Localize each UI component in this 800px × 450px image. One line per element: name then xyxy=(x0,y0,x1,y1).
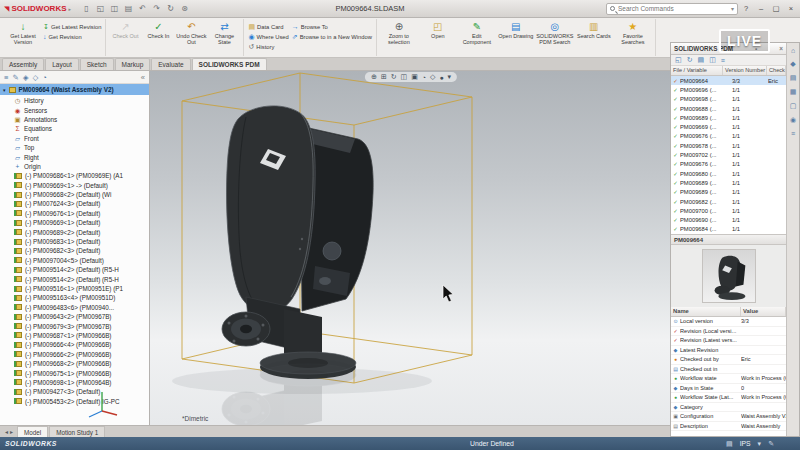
displaymanager-tab-icon[interactable]: ◔ xyxy=(42,73,47,82)
tag-icon[interactable]: ▤ xyxy=(726,440,733,448)
property-row[interactable]: ✓ Revision (Latest vers... xyxy=(671,336,786,346)
command-tab[interactable]: Layout xyxy=(45,58,79,70)
search-input[interactable] xyxy=(618,5,728,12)
ribbon-button[interactable]: ⇄ Change State xyxy=(208,19,240,56)
tree-folder-item[interactable]: ◉ Sensors xyxy=(2,105,149,114)
get-latest-version-button[interactable]: ↓ Get Latest Version xyxy=(5,19,41,56)
column-name[interactable]: Name xyxy=(671,307,741,316)
editing-status-icon[interactable]: ✎ xyxy=(768,440,774,448)
command-tab[interactable]: SOLIDWORKS PDM xyxy=(192,58,267,70)
rebuild-icon[interactable]: ↻ xyxy=(165,4,176,13)
close-button[interactable]: × xyxy=(784,2,798,15)
property-row[interactable]: ◆ Days in State 0 xyxy=(671,384,786,394)
scroll-right-icon[interactable]: ▸ xyxy=(10,428,13,435)
tree-component-item[interactable]: (-) PM007624<3> (Default) xyxy=(2,199,149,208)
tree-folder-item[interactable]: ▱ Top xyxy=(2,143,149,152)
tree-component-item[interactable]: (-) PM009668<2> (PM00966B) xyxy=(2,359,149,368)
featuremanager-tab-icon[interactable]: ≡ xyxy=(4,73,8,82)
undo-icon[interactable]: ↶ xyxy=(137,4,148,13)
tree-component-item[interactable]: (-) PM009514<2> (Default) (R5-H xyxy=(2,265,149,274)
ribbon-button[interactable]: ▤ Open Drawing xyxy=(497,19,535,56)
headsup-icon[interactable]: ▾ xyxy=(448,73,452,81)
column-checked-out[interactable]: Check... xyxy=(767,66,786,75)
pdm-toolbar-icon[interactable]: ≡ xyxy=(721,57,725,64)
ribbon-button[interactable]: ⊕ Zoom to selection xyxy=(380,19,418,56)
property-row[interactable]: ◆ Category xyxy=(671,403,786,413)
task-pane-tab-icon[interactable]: ⌂ xyxy=(791,47,795,54)
tree-component-item[interactable]: (-) PM009669<1> -> (Default) xyxy=(2,181,149,190)
tree-component-item[interactable]: (-) PM0097004<5> (Default) xyxy=(2,256,149,265)
headsup-icon[interactable]: ◔ xyxy=(422,74,426,81)
preview-thumbnail[interactable] xyxy=(702,249,756,303)
help-button[interactable]: ? xyxy=(739,2,753,15)
minimize-button[interactable]: – xyxy=(754,2,768,15)
pdm-file-row[interactable]: ✓ PM009684 (... 1/1 xyxy=(671,225,786,234)
pdm-file-row[interactable]: ✓ PM009689 (... 1/1 xyxy=(671,188,786,197)
tree-component-item[interactable]: (-) PM005453<2> (Default) IG-PC xyxy=(2,397,149,406)
pdm-file-row[interactable]: ✓ PM009669 (... 1/1 xyxy=(671,122,786,131)
configurationmanager-tab-icon[interactable]: ◈ xyxy=(23,73,29,82)
tree-folder-item[interactable]: ◷ History xyxy=(2,96,149,105)
ribbon-button[interactable]: ↗ Check Out xyxy=(109,19,141,56)
tree-component-item[interactable]: (-) PM009698<1> (PM00964B) xyxy=(2,378,149,387)
pdm-file-row[interactable]: ✓ PM009698 (... 1/1 xyxy=(671,95,786,104)
tree-folder-item[interactable]: + Origin xyxy=(2,162,149,171)
open-icon[interactable]: ◱ xyxy=(95,4,106,13)
property-row[interactable]: ● Workflow state Work in Process (Q2... xyxy=(671,374,786,384)
pdm-file-row[interactable]: ✓ PM009676 (... 1/1 xyxy=(671,160,786,169)
column-version-number[interactable]: Version Number xyxy=(723,66,767,75)
tree-component-item[interactable]: (-) PM0096483<6> (PM00940... xyxy=(2,303,149,312)
pdm-toolbar-icon[interactable]: ◫ xyxy=(709,56,716,64)
task-pane-tab-icon[interactable]: ≡ xyxy=(791,130,795,137)
expander-icon[interactable]: ▾ xyxy=(3,87,6,93)
tree-component-item[interactable]: (-) PM009679<3> (PM00967B) xyxy=(2,321,149,330)
property-row[interactable]: ● Checked out by Eric xyxy=(671,355,786,365)
pdm-toolbar-icon[interactable]: ▤ xyxy=(698,56,705,64)
print-icon[interactable]: ▤ xyxy=(123,4,134,13)
tree-component-item[interactable]: (-) PM009666<2> (PM00966B) xyxy=(2,350,149,359)
tree-component-item[interactable]: (-) PM009686<1> (PM00969E) (A1 xyxy=(2,171,149,180)
model-tab[interactable]: Motion Study 1 xyxy=(49,426,105,437)
property-row[interactable]: ▤ Checked out in xyxy=(671,365,786,375)
task-pane-tab-icon[interactable]: ◉ xyxy=(790,116,796,124)
headsup-icon[interactable]: ◇ xyxy=(430,73,435,81)
ribbon-button[interactable]: ⇗ Browse to in a New Window xyxy=(291,33,373,40)
tree-component-item[interactable]: (-) PM009514<2> (Default) (R5-H xyxy=(2,274,149,283)
save-icon[interactable]: ◫ xyxy=(109,4,120,13)
unit-system[interactable]: IPS xyxy=(740,440,751,447)
pdm-toolbar-icon[interactable]: ◱ xyxy=(675,56,682,64)
ribbon-button[interactable]: ◉ Where Used xyxy=(247,33,289,40)
tree-component-item[interactable]: (-) PM009669<1> (Default) xyxy=(2,218,149,227)
ribbon-button[interactable]: ↺ History xyxy=(247,43,289,50)
tree-folder-item[interactable]: ▣ Annotations xyxy=(2,115,149,124)
property-row[interactable]: ▣ Configuration Waist Assembly V2 xyxy=(671,412,786,422)
maximize-button[interactable]: ▢ xyxy=(769,2,783,15)
pane-close-icon[interactable]: × xyxy=(779,45,783,52)
new-document-icon[interactable]: ▯ xyxy=(81,4,92,13)
pdm-file-row[interactable]: ✓ PM009680 (... 1/1 xyxy=(671,169,786,178)
tree-component-item[interactable]: (-) PM009643<2> (PM00967B) xyxy=(2,312,149,321)
command-tab[interactable]: Assembly xyxy=(2,58,44,70)
tree-component-item[interactable]: (-) PM009683<1> (Default) xyxy=(2,237,149,246)
tree-component-item[interactable]: (-) PM009687<1> (PM00966B) xyxy=(2,331,149,340)
task-pane-tab-icon[interactable]: ▢ xyxy=(790,102,797,110)
panel-flyout-icon[interactable]: « xyxy=(141,73,145,82)
ribbon-button[interactable]: ◎ SOLIDWORKS PDM Search xyxy=(536,19,574,56)
pdm-file-row[interactable]: ✓ PM009689 (... 1/1 xyxy=(671,113,786,122)
tree-component-item[interactable]: (-) PM009427<3> (Default) xyxy=(2,387,149,396)
tree-component-item[interactable]: (-) PM009666<4> (PM00966B) xyxy=(2,340,149,349)
pdm-file-row[interactable]: ✓ PM009682 (... 1/1 xyxy=(671,197,786,206)
redo-icon[interactable]: ↷ xyxy=(151,4,162,13)
headsup-icon[interactable]: ◫ xyxy=(401,73,408,81)
get-revision-button[interactable]: ↓ Get Revision xyxy=(42,33,102,40)
tree-component-item[interactable]: (-) PM009676<1> (Default) xyxy=(2,209,149,218)
pdm-file-row[interactable]: ✓ PM009690 (... 1/1 xyxy=(671,215,786,224)
ribbon-button[interactable]: ◰ Open xyxy=(419,19,457,56)
tree-component-item[interactable]: (-) PM0095163<4> (PM00951D) xyxy=(2,293,149,302)
headsup-icon[interactable]: ↻ xyxy=(391,73,397,81)
pdm-file-row[interactable]: ✓ PM009688 (... 1/1 xyxy=(671,104,786,113)
ribbon-button[interactable]: ★ Favorite Searches xyxy=(614,19,652,56)
property-row[interactable]: ◆ Latest Revision xyxy=(671,346,786,356)
command-tab[interactable]: Sketch xyxy=(80,58,114,70)
tree-folder-item[interactable]: ▱ Front xyxy=(2,134,149,143)
